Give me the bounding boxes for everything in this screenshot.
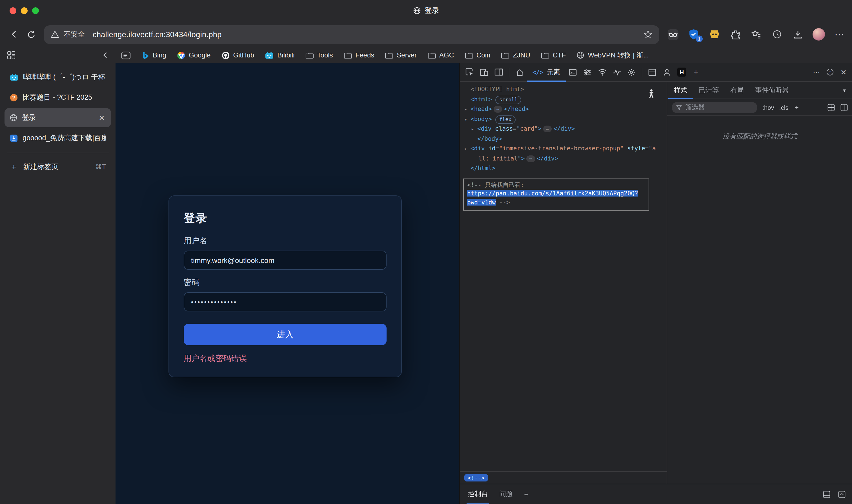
expand-ellipsis-button[interactable]: ⋯ [543, 126, 552, 132]
folder-icon [344, 52, 352, 59]
layout-panel-icon[interactable] [645, 63, 660, 82]
new-tab-button[interactable]: ＋ 新建标签页 ⌘T [0, 158, 116, 175]
browser-menu-button[interactable]: ⋯ [833, 28, 846, 41]
folder-icon [306, 52, 314, 59]
dom-tree-line[interactable]: ▸<div id="immersive-translate-browser-po… [460, 144, 666, 154]
styles-tab[interactable]: 事件侦听器 [749, 82, 795, 99]
console-peek-icon[interactable] [566, 63, 580, 82]
bookmark-item[interactable]: WebVPN 转换 | 浙... [576, 50, 649, 60]
bookmark-item[interactable]: Bilibili [265, 51, 294, 59]
color-scheme-icon[interactable] [827, 103, 835, 111]
submit-button[interactable]: 进入 [184, 324, 386, 345]
bing-icon [141, 51, 149, 59]
username-input[interactable] [184, 251, 386, 270]
expand-arrow-icon[interactable]: ▸ [471, 124, 477, 134]
history-icon[interactable] [770, 28, 784, 41]
bookmark-item[interactable]: Feeds [344, 51, 375, 59]
chevron-down-icon[interactable]: ▾ [837, 87, 851, 93]
bookmark-item[interactable]: Tools [306, 51, 333, 59]
expand-arrow-icon[interactable]: ▸ [464, 105, 470, 114]
tab-favicon-icon [10, 114, 17, 122]
shield-extension-icon[interactable]: 1 [687, 28, 700, 41]
inspect-element-icon[interactable] [462, 63, 477, 82]
h-extension-button[interactable]: H [675, 63, 689, 82]
new-rule-button[interactable]: ＋ [794, 103, 800, 111]
person-icon[interactable] [660, 63, 675, 82]
reading-list-panel-icon[interactable] [121, 51, 131, 59]
dom-tree-line[interactable]: ll: initial">⋯</div> [460, 154, 666, 163]
network-icon[interactable] [595, 63, 610, 82]
styles-filter-input[interactable]: 筛选器 [672, 102, 757, 113]
sidebar-tab[interactable]: 哔哩哔哩 (゜-゜)つロ 干杯 [4, 68, 111, 87]
styles-tab[interactable]: 样式 [668, 82, 693, 99]
folder-icon [541, 52, 550, 59]
console-drawer-tab[interactable]: 控制台 [467, 484, 489, 504]
expand-arrow-icon[interactable]: ▸ [464, 144, 470, 154]
downloads-icon[interactable] [791, 28, 805, 41]
devtools-more-icon[interactable]: ⋯ [810, 63, 823, 82]
dom-badge-scroll[interactable]: scroll [495, 95, 522, 104]
styles-tab[interactable]: 布局 [725, 82, 749, 99]
dom-tree-pane[interactable]: <!DOCTYPE html> <html>scroll▸<head>⋯</he… [460, 82, 666, 471]
breadcrumb-comment-node[interactable]: <!--> [464, 474, 488, 482]
drawer-expand-icon[interactable] [838, 490, 846, 498]
collapse-sidebar-icon[interactable] [102, 52, 109, 58]
drawer-dock-icon[interactable] [823, 490, 831, 498]
dom-tree-line[interactable]: </html> [460, 163, 666, 173]
monkey-extension-icon[interactable] [708, 28, 721, 41]
tab-actions-icon[interactable] [7, 51, 16, 60]
class-toggle-button[interactable]: .cls [779, 104, 788, 111]
add-devtools-tab-icon[interactable]: ＋ [689, 63, 703, 82]
devtools-close-icon[interactable]: ✕ [837, 63, 850, 82]
tab-favicon-icon: ? [10, 93, 18, 102]
styles-tab[interactable]: 已计算 [693, 82, 725, 99]
devtools-help-icon[interactable]: ? [823, 63, 837, 82]
close-tab-icon[interactable]: ✕ [98, 113, 106, 122]
console-drawer-tab[interactable]: 问题 [498, 484, 514, 504]
favorites-icon[interactable] [749, 28, 763, 41]
puzzle-extensions-icon[interactable] [729, 28, 742, 41]
bookmark-item[interactable]: CTF [541, 51, 566, 59]
sidebar-tab[interactable]: ?比赛题目 - ?CTF 2025 [4, 88, 111, 107]
page-viewport: 登录 用户名 密码 进入 用户名或密码错误 [116, 63, 459, 504]
dom-tree-line[interactable]: ▸<head>⋯</head> [460, 104, 666, 114]
expand-arrow-icon[interactable]: ▾ [464, 114, 470, 124]
back-button[interactable] [6, 25, 22, 43]
bookmark-item[interactable]: Coin [465, 51, 490, 59]
dom-tree-line[interactable]: ▾<body>flex [460, 114, 666, 124]
devtools-home-tab[interactable] [512, 63, 527, 82]
profile-avatar[interactable] [812, 28, 825, 41]
tuning-icon[interactable] [580, 63, 595, 82]
reload-button[interactable] [22, 25, 39, 43]
favorite-star-icon[interactable] [644, 30, 653, 39]
expand-ellipsis-button[interactable]: ⋯ [493, 106, 502, 113]
bookmark-item[interactable]: Google [177, 51, 210, 59]
sidebar-tab[interactable]: gooood_免费高速下载|百度 [4, 128, 111, 147]
device-toolbar-icon[interactable] [477, 63, 491, 82]
password-input[interactable] [184, 292, 386, 311]
devtools-elements-tab[interactable]: </> 元素 [527, 63, 566, 82]
dom-tree-line[interactable]: ▸<div class="card">⋯</div> [460, 124, 666, 134]
computed-panel-icon[interactable] [840, 103, 848, 111]
bookmark-item[interactable]: Bing [141, 51, 166, 59]
sidebar-tab[interactable]: 登录✕ [4, 108, 111, 127]
tab-title: gooood_免费高速下载|百度 [22, 133, 106, 143]
bookmark-item[interactable]: ZJNU [501, 51, 530, 59]
dock-panel-icon[interactable] [491, 63, 506, 82]
goggles-extension-icon[interactable] [666, 28, 680, 41]
dom-tree-line[interactable]: </body> [460, 134, 666, 144]
performance-icon[interactable] [610, 63, 624, 82]
dom-tree-line[interactable]: <!DOCTYPE html> [460, 85, 666, 94]
address-bar[interactable]: 不安全 challenge.ilovectf.cn:30434/login.ph… [44, 25, 659, 44]
bilibili-icon [265, 51, 274, 59]
bookmark-item[interactable]: AGC [428, 51, 454, 59]
bookmark-item[interactable]: Server [385, 51, 417, 59]
console-add-icon[interactable]: ＋ [523, 490, 529, 498]
pseudo-state-button[interactable]: :hov [762, 104, 774, 111]
bookmark-item[interactable]: GitHub [221, 51, 254, 59]
selected-comment-node[interactable]: <!-- 只给我自己看: https://pan.baidu.com/s/1Aa… [463, 178, 649, 211]
settings-gear-icon[interactable] [624, 63, 639, 82]
expand-ellipsis-button[interactable]: ⋯ [526, 155, 535, 162]
dom-tree-line[interactable]: <html>scroll [460, 94, 666, 104]
dom-badge-flex[interactable]: flex [495, 115, 515, 124]
